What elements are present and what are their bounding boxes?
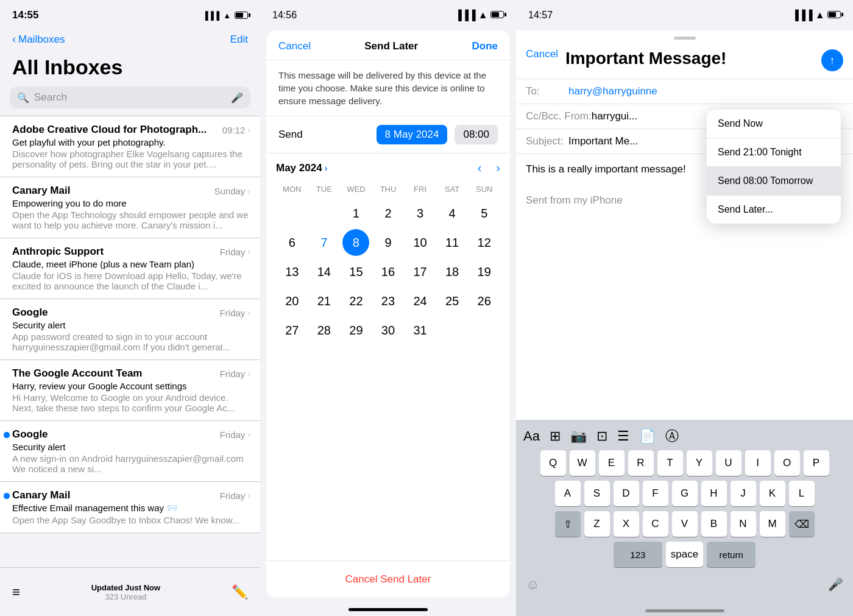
calendar-day[interactable]: 18 <box>439 258 465 285</box>
calendar-day[interactable]: 28 <box>311 317 338 344</box>
calendar-day[interactable]: 13 <box>278 258 305 285</box>
calendar-day[interactable]: 3 <box>407 200 434 227</box>
time-picker[interactable]: 08:00 <box>455 125 498 144</box>
emoji-button[interactable]: ☺ <box>526 577 539 593</box>
calendar-day[interactable]: 12 <box>471 229 498 256</box>
key-B[interactable]: B <box>701 511 727 537</box>
calendar-day[interactable]: 29 <box>342 317 369 344</box>
search-bar[interactable]: 🔍 🎤 <box>10 87 250 108</box>
key-T[interactable]: T <box>657 450 683 476</box>
calendar-day[interactable]: 24 <box>407 288 434 314</box>
key-Z[interactable]: Z <box>584 511 610 537</box>
calendar-day[interactable]: 30 <box>375 317 402 344</box>
calendar-day[interactable]: 10 <box>407 229 434 256</box>
dropdown-item[interactable]: Send Now <box>707 110 841 138</box>
key-A[interactable]: A <box>555 481 581 506</box>
key-E[interactable]: E <box>599 450 625 476</box>
email-list-item[interactable]: Adobe Creative Cloud for Photograph... 0… <box>0 116 260 177</box>
key-G[interactable]: G <box>672 481 698 506</box>
edit-button[interactable]: Edit <box>230 34 248 46</box>
key-N[interactable]: N <box>731 511 756 537</box>
calendar-day[interactable]: 16 <box>375 258 402 285</box>
dropdown-item[interactable]: Send Later... <box>707 196 841 224</box>
key-O[interactable]: O <box>774 450 800 476</box>
back-button[interactable]: ‹ Mailboxes <box>12 33 65 46</box>
calendar-day[interactable]: 4 <box>439 200 465 227</box>
key-M[interactable]: M <box>760 511 785 537</box>
key-R[interactable]: R <box>628 450 654 476</box>
email-list-item[interactable]: Google Friday › Security alert A new sig… <box>0 421 260 482</box>
cancel-send-later-button[interactable]: Cancel Send Later <box>266 561 510 598</box>
key-W[interactable]: W <box>570 450 595 476</box>
send-button[interactable]: ↑ <box>821 49 843 71</box>
key-K[interactable]: K <box>760 481 785 506</box>
month-expand-icon[interactable]: › <box>325 163 328 173</box>
calendar-day[interactable]: 6 <box>278 229 305 256</box>
key-123[interactable]: 123 <box>614 542 662 567</box>
camera-tool-button[interactable]: 📷 <box>570 428 587 444</box>
prev-month-button[interactable]: ‹ <box>478 161 482 175</box>
calendar-day[interactable]: 14 <box>311 258 338 285</box>
key-C[interactable]: C <box>643 511 668 537</box>
key-I[interactable]: I <box>745 450 771 476</box>
key-D[interactable]: D <box>614 481 639 506</box>
calendar-day[interactable]: 27 <box>278 317 305 344</box>
compose-icon[interactable]: ✏️ <box>232 584 248 600</box>
email-list-item[interactable]: Google Friday › Security alert App passw… <box>0 299 260 360</box>
calendar-day[interactable]: 2 <box>375 200 402 227</box>
calendar-day[interactable]: 17 <box>407 258 434 285</box>
search-input[interactable] <box>34 91 226 104</box>
key-delete[interactable]: ⌫ <box>789 511 815 537</box>
next-month-button[interactable]: › <box>496 161 500 175</box>
key-Y[interactable]: Y <box>687 450 712 476</box>
dictation-button[interactable]: 🎤 <box>828 577 843 593</box>
key-shift[interactable]: ⇧ <box>555 511 581 537</box>
email-list-item[interactable]: Anthropic Support Friday › Claude, meet … <box>0 238 260 299</box>
key-H[interactable]: H <box>701 481 727 506</box>
format-tool-button[interactable]: Ⓐ <box>665 427 679 445</box>
calendar-day[interactable]: 25 <box>439 288 465 314</box>
key-L[interactable]: L <box>789 481 815 506</box>
key-X[interactable]: X <box>614 511 639 537</box>
calendar-day[interactable]: 26 <box>471 288 498 314</box>
calendar-day[interactable]: 11 <box>439 229 465 256</box>
key-Q[interactable]: Q <box>540 450 566 476</box>
calendar-day[interactable]: 9 <box>375 229 402 256</box>
calendar-day[interactable]: 19 <box>471 258 498 285</box>
key-F[interactable]: F <box>643 481 668 506</box>
compose-cancel-button[interactable]: Cancel <box>526 48 558 60</box>
modal-done-button[interactable]: Done <box>472 40 498 52</box>
calendar-day[interactable]: 7 <box>311 229 338 256</box>
key-S[interactable]: S <box>584 481 610 506</box>
email-subject: Security alert <box>12 442 250 452</box>
calendar-day[interactable]: 15 <box>342 258 369 285</box>
key-J[interactable]: J <box>731 481 756 506</box>
key-U[interactable]: U <box>716 450 742 476</box>
photo-tool-button[interactable]: ⊞ <box>550 428 561 444</box>
email-list-item[interactable]: The Google Account Team Friday › Harry, … <box>0 360 260 421</box>
attach-tool-button[interactable]: 📄 <box>639 428 656 444</box>
key-space[interactable]: space <box>666 542 703 567</box>
email-list-item[interactable]: Canary Mail Sunday › Empowering you to d… <box>0 177 260 238</box>
list-tool-button[interactable]: ☰ <box>617 428 629 444</box>
modal-cancel-button[interactable]: Cancel <box>278 40 311 52</box>
dropdown-item[interactable]: Send 21:00 Tonight <box>707 138 841 167</box>
calendar-day[interactable]: 22 <box>342 288 369 314</box>
calendar-day[interactable]: 8 <box>342 229 369 256</box>
calendar-day[interactable]: 20 <box>278 288 305 314</box>
calendar-day[interactable]: 5 <box>471 200 498 227</box>
filter-icon[interactable]: ≡ <box>12 584 20 600</box>
scan-tool-button[interactable]: ⊡ <box>596 428 607 444</box>
date-picker[interactable]: 8 May 2024 <box>377 125 448 144</box>
calendar-day[interactable]: 31 <box>407 317 434 344</box>
calendar-day[interactable]: 21 <box>311 288 338 314</box>
calendar-day[interactable]: 1 <box>342 200 369 227</box>
calendar-day[interactable]: 23 <box>375 288 402 314</box>
to-value[interactable]: harry@harryguinne <box>568 85 843 97</box>
key-P[interactable]: P <box>804 450 829 476</box>
key-V[interactable]: V <box>672 511 698 537</box>
dropdown-item[interactable]: Send 08:00 Tomorrow <box>707 167 841 196</box>
key-return[interactable]: return <box>707 542 756 567</box>
email-list-item[interactable]: Canary Mail Friday › Effective Email man… <box>0 482 260 533</box>
font-tool-button[interactable]: Aa <box>523 428 540 444</box>
